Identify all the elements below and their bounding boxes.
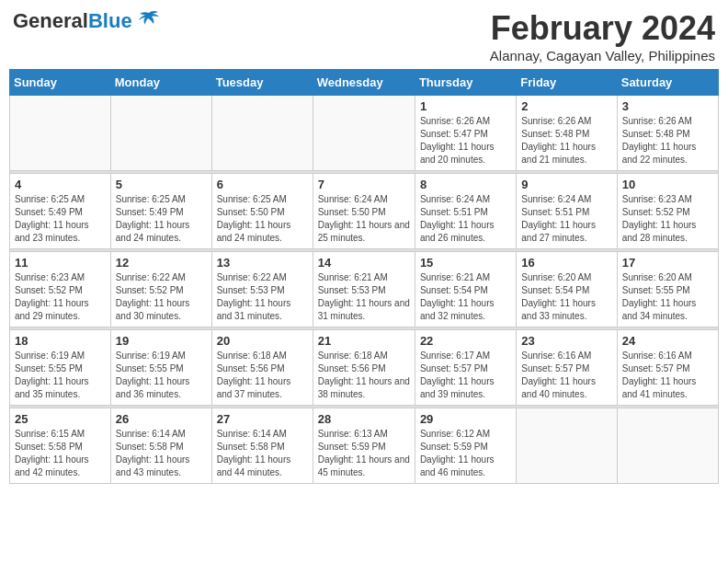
day-info: Sunrise: 6:23 AM Sunset: 5:52 PM Dayligh… (622, 193, 713, 245)
day-number: 28 (318, 412, 410, 426)
day-number: 9 (521, 178, 611, 191)
calendar-cell: 13Sunrise: 6:22 AM Sunset: 5:53 PM Dayli… (211, 252, 313, 327)
weekday-header-wednesday: Wednesday (313, 70, 415, 96)
day-info: Sunrise: 6:24 AM Sunset: 5:51 PM Dayligh… (420, 193, 511, 245)
calendar-cell: 28Sunrise: 6:13 AM Sunset: 5:59 PM Dayli… (313, 408, 415, 484)
calendar-cell: 26Sunrise: 6:14 AM Sunset: 5:58 PM Dayli… (110, 408, 211, 484)
calendar-cell: 17Sunrise: 6:20 AM Sunset: 5:55 PM Dayli… (617, 252, 718, 327)
day-number: 1 (420, 99, 511, 113)
day-number: 12 (116, 256, 207, 270)
week-row-2: 4Sunrise: 6:25 AM Sunset: 5:49 PM Daylig… (10, 174, 719, 249)
calendar-cell: 16Sunrise: 6:20 AM Sunset: 5:54 PM Dayli… (517, 252, 617, 327)
day-info: Sunrise: 6:18 AM Sunset: 5:56 PM Dayligh… (318, 350, 410, 401)
logo-text: GeneralBlue (13, 9, 132, 33)
day-number: 3 (622, 99, 713, 113)
location-subtitle: Alannay, Cagayan Valley, Philippines (490, 48, 715, 63)
day-info: Sunrise: 6:19 AM Sunset: 5:55 PM Dayligh… (116, 350, 207, 401)
day-number: 8 (420, 178, 511, 191)
day-number: 6 (217, 178, 308, 191)
week-row-4: 18Sunrise: 6:19 AM Sunset: 5:55 PM Dayli… (10, 330, 719, 406)
weekday-header-friday: Friday (517, 70, 617, 96)
weekday-header-monday: Monday (110, 70, 211, 96)
calendar-cell: 23Sunrise: 6:16 AM Sunset: 5:57 PM Dayli… (517, 330, 617, 406)
calendar-cell: 22Sunrise: 6:17 AM Sunset: 5:57 PM Dayli… (415, 330, 516, 406)
day-info: Sunrise: 6:23 AM Sunset: 5:52 PM Dayligh… (15, 271, 106, 323)
calendar-cell: 3Sunrise: 6:26 AM Sunset: 5:48 PM Daylig… (617, 96, 718, 171)
day-number: 16 (521, 256, 611, 270)
title-section: February 2024 Alannay, Cagayan Valley, P… (490, 9, 715, 63)
day-number: 15 (420, 256, 511, 270)
day-info: Sunrise: 6:20 AM Sunset: 5:55 PM Dayligh… (622, 271, 713, 323)
day-number: 2 (521, 99, 611, 113)
day-info: Sunrise: 6:21 AM Sunset: 5:53 PM Dayligh… (318, 271, 410, 323)
day-info: Sunrise: 6:13 AM Sunset: 5:59 PM Dayligh… (318, 428, 410, 479)
day-info: Sunrise: 6:16 AM Sunset: 5:57 PM Dayligh… (521, 350, 611, 401)
weekday-header-tuesday: Tuesday (211, 70, 313, 96)
day-number: 26 (116, 412, 207, 426)
calendar-cell: 8Sunrise: 6:24 AM Sunset: 5:51 PM Daylig… (415, 174, 516, 249)
week-row-1: 1Sunrise: 6:26 AM Sunset: 5:47 PM Daylig… (10, 96, 719, 171)
calendar-cell: 5Sunrise: 6:25 AM Sunset: 5:49 PM Daylig… (110, 174, 211, 249)
calendar-cell: 14Sunrise: 6:21 AM Sunset: 5:53 PM Dayli… (313, 252, 415, 327)
day-info: Sunrise: 6:22 AM Sunset: 5:53 PM Dayligh… (217, 271, 308, 323)
day-number: 18 (15, 334, 106, 348)
day-info: Sunrise: 6:21 AM Sunset: 5:54 PM Dayligh… (420, 271, 511, 323)
calendar-cell: 10Sunrise: 6:23 AM Sunset: 5:52 PM Dayli… (617, 174, 718, 249)
day-info: Sunrise: 6:18 AM Sunset: 5:56 PM Dayligh… (217, 350, 308, 401)
calendar-cell: 12Sunrise: 6:22 AM Sunset: 5:52 PM Dayli… (110, 252, 211, 327)
day-info: Sunrise: 6:19 AM Sunset: 5:55 PM Dayligh… (15, 350, 106, 401)
calendar-cell: 1Sunrise: 6:26 AM Sunset: 5:47 PM Daylig… (415, 96, 516, 171)
day-number: 29 (420, 412, 511, 426)
calendar-cell: 18Sunrise: 6:19 AM Sunset: 5:55 PM Dayli… (10, 330, 111, 406)
weekday-header-thursday: Thursday (415, 70, 516, 96)
week-row-5: 25Sunrise: 6:15 AM Sunset: 5:58 PM Dayli… (10, 408, 719, 484)
day-info: Sunrise: 6:25 AM Sunset: 5:49 PM Dayligh… (15, 193, 106, 245)
calendar-cell: 6Sunrise: 6:25 AM Sunset: 5:50 PM Daylig… (211, 174, 313, 249)
calendar-cell: 21Sunrise: 6:18 AM Sunset: 5:56 PM Dayli… (313, 330, 415, 406)
calendar-cell: 20Sunrise: 6:18 AM Sunset: 5:56 PM Dayli… (211, 330, 313, 406)
day-info: Sunrise: 6:14 AM Sunset: 5:58 PM Dayligh… (116, 428, 207, 479)
day-info: Sunrise: 6:26 AM Sunset: 5:47 PM Dayligh… (420, 115, 511, 167)
logo-bird-icon (136, 9, 162, 29)
calendar-cell (517, 408, 617, 484)
day-number: 17 (622, 256, 713, 270)
day-number: 19 (116, 334, 207, 348)
day-number: 24 (622, 334, 713, 348)
day-info: Sunrise: 6:15 AM Sunset: 5:58 PM Dayligh… (15, 428, 106, 479)
calendar-cell: 9Sunrise: 6:24 AM Sunset: 5:51 PM Daylig… (517, 174, 617, 249)
week-row-3: 11Sunrise: 6:23 AM Sunset: 5:52 PM Dayli… (10, 252, 719, 327)
weekday-header-saturday: Saturday (617, 70, 718, 96)
calendar-cell (211, 96, 313, 171)
day-info: Sunrise: 6:16 AM Sunset: 5:57 PM Dayligh… (622, 350, 713, 401)
calendar-cell (110, 96, 211, 171)
calendar-cell: 7Sunrise: 6:24 AM Sunset: 5:50 PM Daylig… (313, 174, 415, 249)
calendar-cell: 25Sunrise: 6:15 AM Sunset: 5:58 PM Dayli… (10, 408, 111, 484)
day-number: 20 (217, 334, 308, 348)
calendar-cell (313, 96, 415, 171)
day-info: Sunrise: 6:25 AM Sunset: 5:49 PM Dayligh… (116, 193, 207, 245)
day-info: Sunrise: 6:17 AM Sunset: 5:57 PM Dayligh… (420, 350, 511, 401)
day-number: 22 (420, 334, 511, 348)
calendar-cell: 27Sunrise: 6:14 AM Sunset: 5:58 PM Dayli… (211, 408, 313, 484)
calendar-cell: 29Sunrise: 6:12 AM Sunset: 5:59 PM Dayli… (415, 408, 516, 484)
logo: GeneralBlue (13, 9, 162, 33)
calendar-cell (617, 408, 718, 484)
calendar-cell: 2Sunrise: 6:26 AM Sunset: 5:48 PM Daylig… (517, 96, 617, 171)
calendar-table: SundayMondayTuesdayWednesdayThursdayFrid… (9, 69, 719, 484)
month-year-title: February 2024 (490, 9, 715, 48)
day-info: Sunrise: 6:26 AM Sunset: 5:48 PM Dayligh… (622, 115, 713, 167)
day-number: 11 (15, 256, 106, 270)
day-info: Sunrise: 6:24 AM Sunset: 5:50 PM Dayligh… (318, 193, 410, 245)
day-info: Sunrise: 6:20 AM Sunset: 5:54 PM Dayligh… (521, 271, 611, 323)
calendar-cell: 11Sunrise: 6:23 AM Sunset: 5:52 PM Dayli… (10, 252, 111, 327)
day-info: Sunrise: 6:25 AM Sunset: 5:50 PM Dayligh… (217, 193, 308, 245)
calendar-cell: 19Sunrise: 6:19 AM Sunset: 5:55 PM Dayli… (110, 330, 211, 406)
day-number: 7 (318, 178, 410, 191)
calendar-cell: 24Sunrise: 6:16 AM Sunset: 5:57 PM Dayli… (617, 330, 718, 406)
day-number: 21 (318, 334, 410, 348)
day-number: 25 (15, 412, 106, 426)
weekday-header-sunday: Sunday (10, 70, 111, 96)
page-header: GeneralBlue February 2024 Alannay, Cagay… (9, 9, 719, 63)
day-number: 27 (217, 412, 308, 426)
day-info: Sunrise: 6:26 AM Sunset: 5:48 PM Dayligh… (521, 115, 611, 167)
